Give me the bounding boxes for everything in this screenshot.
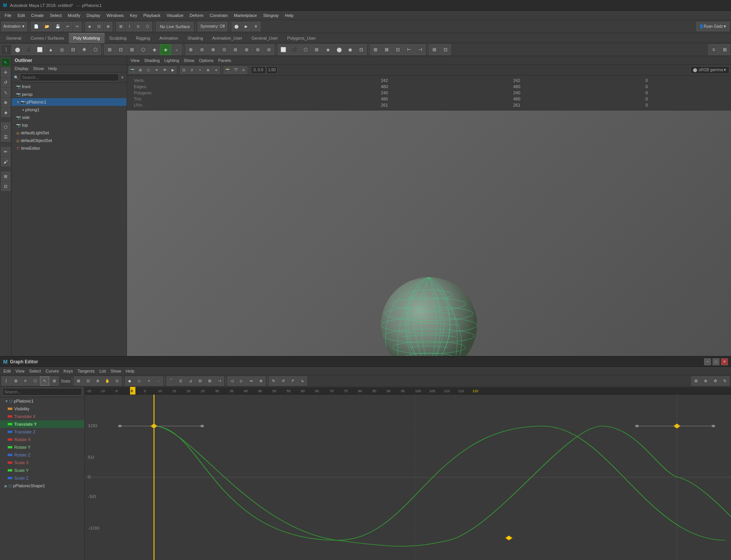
tree-item-timeeditor[interactable]: ⏱ timeEditor [12,144,127,152]
snap-surface-btn[interactable]: ⬡ [143,22,152,31]
graph-remove-key-btn[interactable]: - [154,376,163,386]
edit-tool-1[interactable]: ⊕ [185,44,196,55]
scale-tool-btn[interactable]: ⤡ [1,88,10,97]
graph-channel-scalez[interactable]: Scale Z [0,474,84,482]
display-tool-7[interactable]: ◉ [345,44,355,55]
model-tool-3[interactable]: ⊡ [392,44,403,55]
new-scene-btn[interactable]: 📄 [31,22,41,31]
display-tool-4[interactable]: ⊞ [311,44,322,55]
edit-tool-2[interactable]: ⊘ [197,44,207,55]
vp-menu-panels[interactable]: Panels [216,58,233,63]
quick-sel-btn[interactable]: ⊞ [1,172,10,181]
graph-frame-all-btn[interactable]: ⊠ [74,376,83,386]
minimize-btn[interactable]: ─ [704,358,711,365]
tab-rigging[interactable]: Rigging [131,33,155,43]
menu-file[interactable]: File [2,12,15,18]
graph-refresh-btn[interactable]: ↻ [720,376,729,386]
graph-tool-pan2[interactable]: ⊙ [112,376,122,386]
vp-menu-shading[interactable]: Shading [142,58,162,63]
sphere-icon-btn[interactable]: ⬤ [12,44,23,55]
channel-box-btn[interactable]: ≡ [708,44,719,55]
tangent-spline-btn[interactable]: ⌒ [167,376,176,386]
tangent-linear-btn[interactable]: ⊿ [186,376,195,386]
graph-tool-4[interactable]: ⬡ [30,376,40,386]
vp-isolate-btn[interactable]: ⊡ [180,66,188,74]
graph-menu-list[interactable]: List [97,368,108,374]
menu-key[interactable]: Key [127,12,140,18]
soft-select-btn[interactable]: ⬡ [1,122,10,132]
graph-menu-view[interactable]: View [13,368,27,374]
mesh-tool-2[interactable]: ⊡ [115,44,126,55]
graph-insert-key-btn[interactable]: ◇ [135,376,144,386]
edit-tool-6[interactable]: ⊛ [241,44,252,55]
graph-pre-inf-btn[interactable]: ↺ [279,376,288,386]
vp-frame-btn[interactable]: ⊞ [137,66,144,74]
graph-settings-btn[interactable]: ⚙ [711,376,720,386]
vp-hud-btn[interactable]: ≡ [212,66,220,74]
helix-btn[interactable]: ⬠ [90,44,101,55]
mesh-tool-3[interactable]: ⊞ [127,44,137,55]
tangent-plateau-btn[interactable]: ⊣ [215,376,224,386]
display-tool-5[interactable]: ◈ [322,44,333,55]
active-tool-btn[interactable]: ◈ [160,44,171,55]
torus-icon-btn[interactable]: ◎ [57,44,67,55]
graph-channel-rotatez[interactable]: Rotate Z [0,451,84,459]
menu-marketplace[interactable]: Marketplace [231,12,260,18]
graph-node-pplatonicshape1[interactable]: ▶ ⬡ pPlatonicShape1 [0,482,84,490]
vp-menu-lighting[interactable]: Lighting [162,58,181,63]
tab-animation[interactable]: Animation [155,33,183,43]
vp-render-btn[interactable]: ▶ [169,66,177,74]
graph-add-key-btn[interactable]: + [144,376,154,386]
tab-general[interactable]: General [2,33,26,43]
tab-polygons-user[interactable]: Polygons_User [282,33,320,43]
graph-zoom-btn[interactable]: ⊕ [93,376,102,386]
render-btn[interactable]: ⬤ [232,22,241,31]
graph-canvas-area[interactable]: -15 -10 -5 0 5 10 15 20 25 30 35 40 45 5… [85,387,731,560]
menu-constrain[interactable]: Constrain [207,12,231,18]
paint-effects-btn[interactable]: ✏ [1,147,10,156]
open-scene-btn[interactable]: 📂 [42,22,52,31]
mesh-tool-7[interactable]: ⬦ [171,44,182,55]
tab-curves-surfaces[interactable]: Curves / Surfaces [26,33,68,43]
channel-view-btn[interactable]: ☰ [1,132,10,142]
graph-channel-rotatex[interactable]: Rotate X [0,436,84,443]
graph-tool-1[interactable]: | [2,376,11,386]
graph-post-inf-btn[interactable]: ↱ [288,376,297,386]
graph-search-input[interactable] [2,388,82,396]
vp-shading-btn[interactable]: ⬡ [145,66,152,74]
menu-playback[interactable]: Playback [140,12,164,18]
search-options-icon[interactable]: ▼ [120,75,124,80]
menu-deform[interactable]: Deform [187,12,207,18]
tree-item-phong1[interactable]: ● phong1 [12,106,127,114]
vp-menu-options[interactable]: Options [197,58,215,63]
plane-icon-btn[interactable]: ⊟ [68,44,78,55]
render-options-btn[interactable]: ⏸ [251,22,260,31]
menu-stingray[interactable]: Stingray [260,12,282,18]
undo-btn[interactable]: ↩ [63,22,72,31]
graph-channel-translatez[interactable]: Translate Z [0,428,84,436]
special-shape-btn[interactable]: ❋ [79,44,90,55]
vp-menu-view[interactable]: View [129,58,142,63]
graph-menu-help[interactable]: Help [124,368,137,374]
model-tool-5[interactable]: ⊣ [415,44,426,55]
menu-modify[interactable]: Modify [65,12,83,18]
model-tool-2[interactable]: ⊠ [381,44,392,55]
edit-tool-4[interactable]: ⊙ [219,44,230,55]
tab-shading[interactable]: Shading [183,33,207,43]
lasso-tool-btn[interactable]: ⊡ [95,22,103,31]
workspace-dropdown[interactable]: Animation ▼ [2,22,27,31]
tree-item-defaultlightset[interactable]: ◎ defaultLightSet [12,129,127,137]
menu-display[interactable]: Display [83,12,103,18]
cube-icon-btn[interactable]: ⬛ [23,44,34,55]
vp-manip-btn[interactable]: + [196,66,204,74]
menu-create[interactable]: Create [28,12,47,18]
redo-btn[interactable]: ↪ [73,22,81,31]
tab-general-user[interactable]: General_User [247,33,282,43]
graph-break-tangent-btn[interactable]: ⊗ [256,376,265,386]
art-tools-btn[interactable]: 🖌 [1,157,10,166]
graph-tool-2[interactable]: ⊞ [11,376,20,386]
show-manip-btn[interactable]: ⊕ [1,98,10,107]
graph-tool-6[interactable]: ⊞ [50,376,59,386]
display-tool-6[interactable]: ⬤ [334,44,344,55]
save-scene-btn[interactable]: 💾 [53,22,63,31]
